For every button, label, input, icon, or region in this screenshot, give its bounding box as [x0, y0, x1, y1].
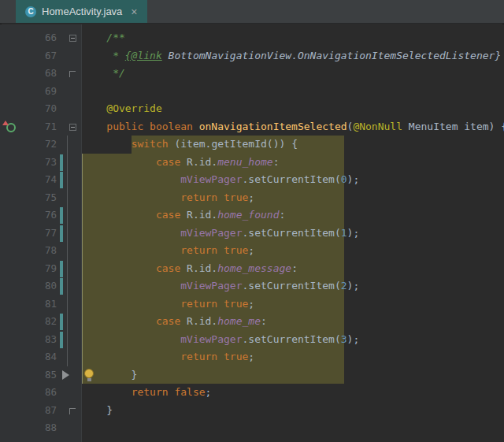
line-number[interactable]: 87 [20, 402, 57, 420]
code-token: case [156, 262, 180, 274]
code-token: 3 [341, 333, 347, 345]
code-text[interactable]: return true; [82, 242, 504, 260]
code-token: menu_home [217, 156, 272, 168]
fold-guide-line [67, 313, 68, 331]
fold-end-icon[interactable] [69, 408, 76, 414]
gutter-annotation-area [0, 295, 20, 314]
code-token [82, 191, 180, 203]
line-number[interactable]: 86 [20, 384, 57, 402]
code-text[interactable]: mViewPager.setCurrentItem(1); [82, 225, 504, 243]
code-token [82, 173, 180, 185]
gutter-annotation-area [0, 331, 20, 349]
line-number[interactable]: 79 [20, 260, 57, 278]
vcs-change-bar[interactable] [60, 225, 63, 242]
code-token [82, 102, 106, 114]
code-line: 81 return true; [0, 295, 504, 314]
code-text[interactable]: case R.id.home_me: [82, 313, 504, 331]
vcs-change-bar[interactable] [60, 261, 63, 277]
code-token: * [82, 50, 125, 61]
code-token: : [261, 315, 267, 327]
code-text[interactable]: return true; [82, 295, 504, 314]
code-text[interactable]: case R.id.home_found: [82, 206, 504, 225]
line-number[interactable]: 88 [20, 419, 57, 437]
code-line: 86 return false; [0, 384, 504, 402]
line-number[interactable]: 70 [20, 100, 57, 118]
fold-collapse-icon[interactable] [69, 35, 76, 42]
fold-guide-line [67, 348, 68, 366]
line-number[interactable]: 67 [20, 47, 57, 65]
line-number[interactable]: 80 [20, 277, 57, 295]
code-text[interactable]: } [82, 402, 504, 420]
line-number[interactable]: 78 [20, 242, 57, 260]
line-number[interactable]: 66 [20, 29, 57, 47]
vcs-change-bar[interactable] [60, 154, 63, 171]
vcs-change-bar[interactable] [60, 278, 63, 295]
line-number[interactable]: 75 [20, 189, 57, 207]
code-text[interactable]: return true; [82, 348, 504, 366]
fold-arrow-icon[interactable] [62, 370, 69, 380]
code-text[interactable]: * {@link BottomNavigationView.OnNavigati… [82, 47, 504, 65]
gutter-fold-area [57, 419, 82, 437]
code-token: mViewPager [180, 333, 242, 345]
code-text[interactable]: @Override [82, 100, 504, 118]
gutter-annotation-area [0, 277, 20, 295]
vcs-change-bar[interactable] [60, 314, 63, 330]
gutter-fold-area [57, 402, 82, 420]
code-text[interactable]: return true; [82, 189, 504, 207]
vcs-change-bar[interactable] [60, 207, 63, 224]
code-text[interactable] [82, 419, 504, 437]
code-line: 68 */ [0, 65, 504, 83]
code-text[interactable]: mViewPager.setCurrentItem(3); [82, 331, 504, 349]
code-token [82, 351, 180, 362]
line-number[interactable]: 85 [20, 366, 57, 384]
code-text[interactable]: } [82, 366, 504, 384]
code-text[interactable]: public boolean onNavigationItemSelected(… [82, 118, 504, 136]
tab-homeactivity[interactable]: C HomeActivity.java × [16, 0, 147, 23]
gutter-annotation-area [0, 29, 20, 47]
code-text[interactable]: mViewPager.setCurrentItem(2); [82, 277, 504, 295]
line-number[interactable]: 69 [20, 83, 57, 101]
fold-collapse-icon[interactable] [69, 124, 76, 131]
line-number[interactable]: 74 [20, 171, 57, 189]
code-token: R.id. [180, 209, 217, 221]
code-token: public boolean [106, 121, 198, 132]
line-number[interactable]: 81 [20, 295, 57, 314]
code-text[interactable]: mViewPager.setCurrentItem(0); [82, 171, 504, 189]
code-text[interactable] [82, 83, 504, 101]
line-number[interactable]: 83 [20, 331, 57, 349]
line-number[interactable]: 73 [20, 154, 57, 172]
code-token: BottomNavigationView.OnNavigationItemSel… [162, 50, 501, 61]
code-line: 71 public boolean onNavigationItemSelect… [0, 118, 504, 136]
close-icon[interactable]: × [131, 6, 137, 17]
code-line: 85 } [0, 366, 504, 384]
gutter-annotation-area [0, 402, 20, 420]
code-text[interactable]: switch (item.getItemId()) { [82, 136, 504, 154]
fold-guide-line [67, 260, 68, 278]
line-number[interactable]: 71 [20, 118, 57, 136]
line-number[interactable]: 84 [20, 348, 57, 366]
code-token: return true [180, 191, 248, 203]
line-number[interactable]: 77 [20, 225, 57, 243]
code-text[interactable]: case R.id.menu_home: [82, 154, 504, 172]
intention-bulb-icon[interactable] [84, 369, 94, 378]
line-number[interactable]: 72 [20, 136, 57, 154]
code-token: return true [180, 298, 248, 310]
code-text[interactable]: /** [82, 29, 504, 47]
fold-guide-line [67, 154, 68, 172]
vcs-change-bar[interactable] [60, 332, 63, 348]
gutter-annotation-area [0, 65, 20, 83]
line-number[interactable]: 82 [20, 313, 57, 331]
code-line: 79 case R.id.home_message: [0, 260, 504, 278]
fold-guide-line [67, 331, 68, 349]
code-text[interactable]: */ [82, 65, 504, 83]
code-token: return false [132, 386, 206, 398]
code-editor[interactable]: 66 /**67 * {@link BottomNavigationView.O… [0, 24, 504, 442]
vcs-change-bar[interactable] [60, 172, 63, 188]
code-text[interactable]: case R.id.home_message: [82, 260, 504, 278]
gutter-fold-area [57, 331, 82, 349]
code-text[interactable]: return false; [82, 384, 504, 402]
fold-end-icon[interactable] [69, 71, 76, 77]
line-number[interactable]: 76 [20, 206, 57, 225]
override-gutter-icon[interactable] [6, 123, 16, 132]
line-number[interactable]: 68 [20, 65, 57, 83]
